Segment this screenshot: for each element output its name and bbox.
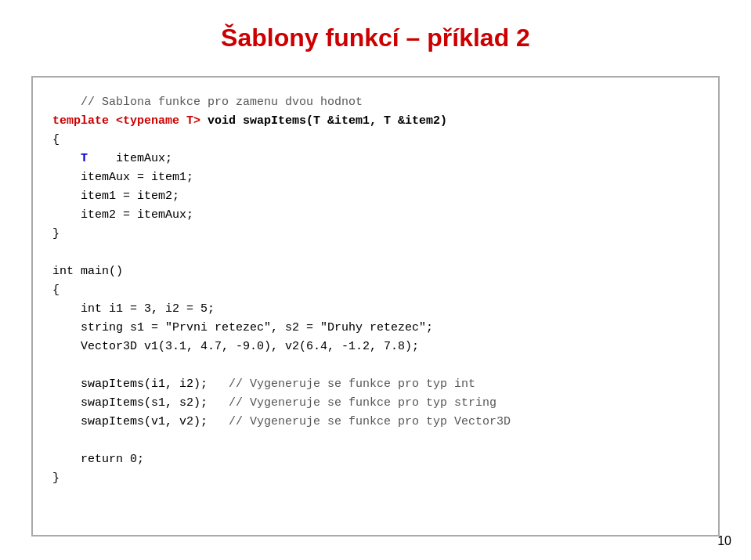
brace-close2-line: } xyxy=(52,469,699,488)
swap1-comment: // Vygeneruje se funkce pro typ int xyxy=(229,378,475,391)
string-line: string s1 = "Prvni retezec", s2 = "Druhy… xyxy=(52,319,699,338)
itemaux-eq-line: itemAux = item1; xyxy=(52,168,699,187)
swap3-line: swapItems(v1, v2); // Vygeneruje se funk… xyxy=(52,413,699,432)
item2-eq-line: item2 = itemAux; xyxy=(52,206,699,225)
itemaux-text: itemAux; xyxy=(88,152,172,165)
swap1-line: swapItems(i1, i2); // Vygeneruje se funk… xyxy=(52,375,699,394)
t-keyword: T xyxy=(81,152,88,165)
slide-container: Šablony funkcí – příklad 2 // Sablona fu… xyxy=(0,0,751,560)
template-rest: <typename T> xyxy=(109,114,200,128)
page-number: 10 xyxy=(717,534,731,548)
slide-title: Šablony funkcí – příklad 2 xyxy=(221,23,530,52)
comment-line: // Sablona funkce pro zamenu dvou hodnot xyxy=(52,93,699,112)
blank-line-1 xyxy=(52,244,699,262)
func-signature: void swapItems(T &item1, T &item2) xyxy=(200,114,447,128)
brace-open-line: { xyxy=(52,131,699,150)
template-keyword: template xyxy=(52,114,109,128)
int-line: int i1 = 3, i2 = 5; xyxy=(52,300,699,319)
swap2-comment: // Vygeneruje se funkce pro typ string xyxy=(229,396,496,410)
brace-close-line: } xyxy=(52,225,699,244)
int-main-line: int main() xyxy=(52,262,699,281)
t-itemaux-line: T itemAux; xyxy=(52,150,699,168)
item1-eq-line: item1 = item2; xyxy=(52,187,699,206)
blank-line-2 xyxy=(52,356,699,375)
code-box: // Sablona funkce pro zamenu dvou hodnot… xyxy=(31,76,720,537)
swap2-line: swapItems(s1, s2); // Vygeneruje se funk… xyxy=(52,394,699,413)
return-line: return 0; xyxy=(52,450,699,469)
template-line: template <typename T> void swapItems(T &… xyxy=(52,112,699,131)
brace-open2-line: { xyxy=(52,281,699,300)
vector-line: Vector3D v1(3.1, 4.7, -9.0), v2(6.4, -1.… xyxy=(52,338,699,356)
swap3-comment: // Vygeneruje se funkce pro typ Vector3D xyxy=(229,415,511,428)
blank-line-3 xyxy=(52,432,699,450)
